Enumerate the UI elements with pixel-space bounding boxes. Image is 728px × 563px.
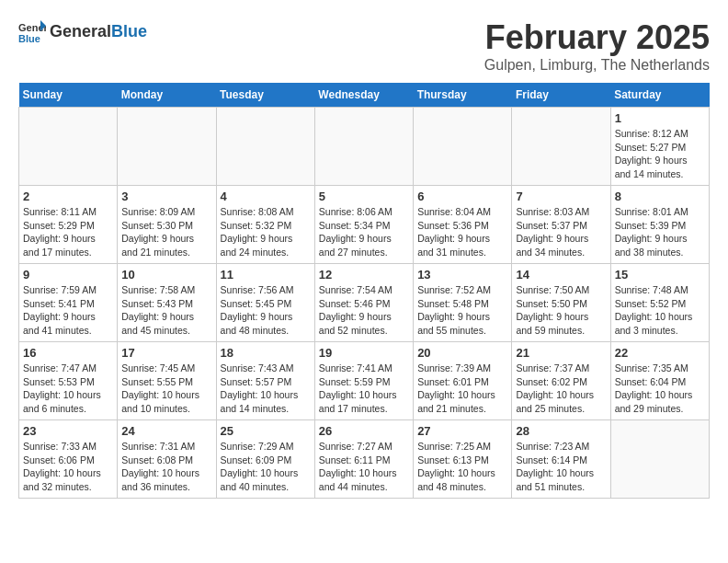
day-cell: 18Sunrise: 7:43 AM Sunset: 5:57 PM Dayli… [216,342,314,420]
day-info: Sunrise: 7:50 AM Sunset: 5:50 PM Dayligh… [516,283,606,338]
calendar-title: February 2025 [484,18,710,57]
week-row-5: 23Sunrise: 7:33 AM Sunset: 6:06 PM Dayli… [19,420,710,499]
day-info: Sunrise: 8:06 AM Sunset: 5:34 PM Dayligh… [319,205,409,259]
day-number: 2 [23,190,113,203]
day-info: Sunrise: 8:12 AM Sunset: 5:27 PM Dayligh… [615,127,705,181]
day-cell: 4Sunrise: 8:08 AM Sunset: 5:32 PM Daylig… [216,186,314,264]
day-cell: 6Sunrise: 8:04 AM Sunset: 5:36 PM Daylig… [414,186,512,264]
day-info: Sunrise: 8:11 AM Sunset: 5:29 PM Dayligh… [23,205,113,259]
day-cell: 20Sunrise: 7:39 AM Sunset: 6:01 PM Dayli… [414,342,512,420]
day-info: Sunrise: 7:27 AM Sunset: 6:11 PM Dayligh… [319,440,409,494]
day-cell: 9Sunrise: 7:59 AM Sunset: 5:41 PM Daylig… [19,264,118,342]
day-info: Sunrise: 7:45 AM Sunset: 5:55 PM Dayligh… [121,362,211,416]
day-cell: 12Sunrise: 7:54 AM Sunset: 5:46 PM Dayli… [314,264,413,342]
day-number: 6 [417,190,507,203]
day-info: Sunrise: 7:29 AM Sunset: 6:09 PM Dayligh… [221,440,311,494]
calendar-table: SundayMondayTuesdayWednesdayThursdayFrid… [18,83,710,499]
day-info: Sunrise: 8:04 AM Sunset: 5:36 PM Dayligh… [417,205,507,259]
day-number: 23 [23,424,113,438]
day-info: Sunrise: 7:31 AM Sunset: 6:08 PM Dayligh… [121,440,211,494]
day-cell [414,108,512,186]
day-cell [610,420,709,499]
day-cell: 27Sunrise: 7:25 AM Sunset: 6:13 PM Dayli… [414,420,512,499]
day-cell: 16Sunrise: 7:47 AM Sunset: 5:53 PM Dayli… [19,342,118,420]
day-cell [314,108,413,186]
svg-text:Blue: Blue [18,33,40,44]
day-cell: 28Sunrise: 7:23 AM Sunset: 6:14 PM Dayli… [512,420,610,499]
day-info: Sunrise: 8:03 AM Sunset: 5:37 PM Dayligh… [516,205,606,259]
day-cell: 21Sunrise: 7:37 AM Sunset: 6:02 PM Dayli… [512,342,610,420]
day-cell: 24Sunrise: 7:31 AM Sunset: 6:08 PM Dayli… [118,420,216,499]
day-header-wednesday: Wednesday [314,83,413,108]
day-number: 17 [121,346,211,360]
day-number: 16 [23,346,113,360]
page-header: General Blue GeneralBlue February 2025 G… [18,18,710,74]
day-number: 5 [319,190,409,203]
day-cell [512,108,610,186]
week-row-2: 2Sunrise: 8:11 AM Sunset: 5:29 PM Daylig… [19,186,710,264]
day-header-monday: Monday [118,83,216,108]
logo: General Blue GeneralBlue [18,18,147,46]
day-number: 1 [615,111,705,125]
day-number: 11 [221,268,311,282]
day-cell: 3Sunrise: 8:09 AM Sunset: 5:30 PM Daylig… [118,186,216,264]
day-info: Sunrise: 7:59 AM Sunset: 5:41 PM Dayligh… [23,283,113,338]
day-cell: 7Sunrise: 8:03 AM Sunset: 5:37 PM Daylig… [512,186,610,264]
week-row-1: 1Sunrise: 8:12 AM Sunset: 5:27 PM Daylig… [19,108,710,186]
day-cell: 23Sunrise: 7:33 AM Sunset: 6:06 PM Dayli… [19,420,118,499]
day-header-saturday: Saturday [610,83,709,108]
day-cell: 14Sunrise: 7:50 AM Sunset: 5:50 PM Dayli… [512,264,610,342]
day-cell [19,108,118,186]
logo-general-text: General [50,22,111,40]
day-number: 25 [221,424,311,438]
day-number: 3 [121,190,211,203]
day-number: 28 [516,424,606,438]
day-number: 20 [417,346,507,360]
day-number: 10 [121,268,211,282]
day-number: 9 [23,268,113,282]
week-row-4: 16Sunrise: 7:47 AM Sunset: 5:53 PM Dayli… [19,342,710,420]
day-info: Sunrise: 7:54 AM Sunset: 5:46 PM Dayligh… [319,283,409,338]
day-number: 26 [319,424,409,438]
day-header-sunday: Sunday [19,83,118,108]
day-number: 27 [417,424,507,438]
day-cell: 10Sunrise: 7:58 AM Sunset: 5:43 PM Dayli… [118,264,216,342]
day-number: 4 [221,190,311,203]
day-number: 12 [319,268,409,282]
day-cell: 15Sunrise: 7:48 AM Sunset: 5:52 PM Dayli… [610,264,709,342]
day-cell: 22Sunrise: 7:35 AM Sunset: 6:04 PM Dayli… [610,342,709,420]
day-cell: 25Sunrise: 7:29 AM Sunset: 6:09 PM Dayli… [216,420,314,499]
logo-blue-text: Blue [111,22,147,40]
day-number: 21 [516,346,606,360]
day-cell: 11Sunrise: 7:56 AM Sunset: 5:45 PM Dayli… [216,264,314,342]
day-number: 24 [121,424,211,438]
calendar-subtitle: Gulpen, Limburg, The Netherlands [484,57,710,74]
day-info: Sunrise: 7:39 AM Sunset: 6:01 PM Dayligh… [417,362,507,416]
day-header-tuesday: Tuesday [216,83,314,108]
day-number: 14 [516,268,606,282]
day-info: Sunrise: 7:35 AM Sunset: 6:04 PM Dayligh… [615,362,705,416]
day-headers-row: SundayMondayTuesdayWednesdayThursdayFrid… [19,83,710,108]
day-info: Sunrise: 8:09 AM Sunset: 5:30 PM Dayligh… [121,205,211,259]
day-info: Sunrise: 7:56 AM Sunset: 5:45 PM Dayligh… [221,283,311,338]
day-info: Sunrise: 7:33 AM Sunset: 6:06 PM Dayligh… [23,440,113,494]
day-info: Sunrise: 7:41 AM Sunset: 5:59 PM Dayligh… [319,362,409,416]
day-info: Sunrise: 7:47 AM Sunset: 5:53 PM Dayligh… [23,362,113,416]
day-info: Sunrise: 7:48 AM Sunset: 5:52 PM Dayligh… [615,283,705,338]
day-number: 15 [615,268,705,282]
title-area: February 2025 Gulpen, Limburg, The Nethe… [484,18,710,74]
day-cell: 13Sunrise: 7:52 AM Sunset: 5:48 PM Dayli… [414,264,512,342]
day-number: 19 [319,346,409,360]
day-info: Sunrise: 8:08 AM Sunset: 5:32 PM Dayligh… [221,205,311,259]
day-header-friday: Friday [512,83,610,108]
day-info: Sunrise: 8:01 AM Sunset: 5:39 PM Dayligh… [615,205,705,259]
day-info: Sunrise: 7:37 AM Sunset: 6:02 PM Dayligh… [516,362,606,416]
day-cell: 2Sunrise: 8:11 AM Sunset: 5:29 PM Daylig… [19,186,118,264]
day-cell: 17Sunrise: 7:45 AM Sunset: 5:55 PM Dayli… [118,342,216,420]
day-number: 13 [417,268,507,282]
day-cell: 1Sunrise: 8:12 AM Sunset: 5:27 PM Daylig… [610,108,709,186]
day-cell [216,108,314,186]
day-number: 18 [221,346,311,360]
day-info: Sunrise: 7:58 AM Sunset: 5:43 PM Dayligh… [121,283,211,338]
day-cell: 8Sunrise: 8:01 AM Sunset: 5:39 PM Daylig… [610,186,709,264]
